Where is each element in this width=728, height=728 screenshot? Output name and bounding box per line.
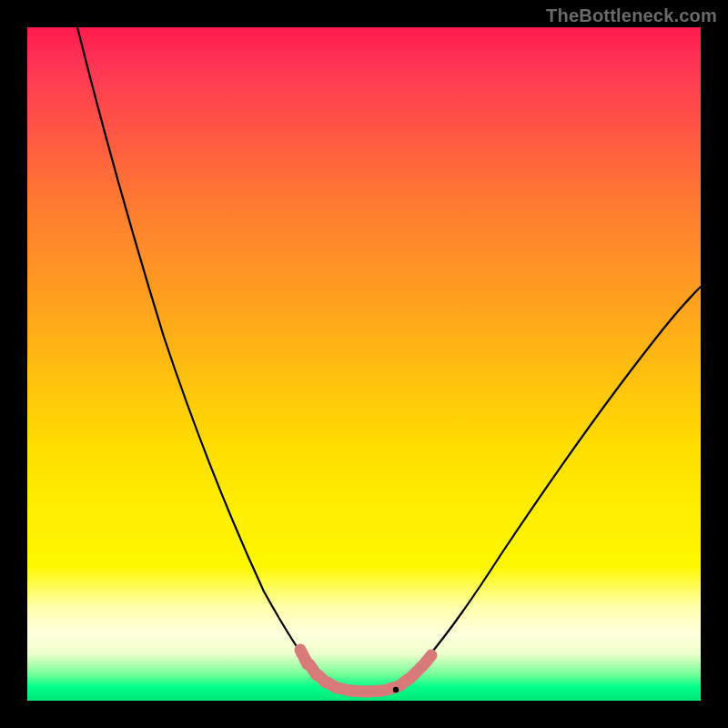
watermark-text: TheBottleneck.com <box>546 5 717 26</box>
right-curve-line <box>396 287 701 690</box>
pink-markers-left <box>300 650 350 691</box>
valley-min-dot <box>393 687 399 693</box>
pink-markers-floor <box>350 691 382 692</box>
svg-line-10 <box>424 655 431 664</box>
pink-markers-right <box>387 655 431 690</box>
chart-svg <box>27 27 701 701</box>
left-curve-line <box>77 27 344 690</box>
svg-line-6 <box>366 691 382 692</box>
